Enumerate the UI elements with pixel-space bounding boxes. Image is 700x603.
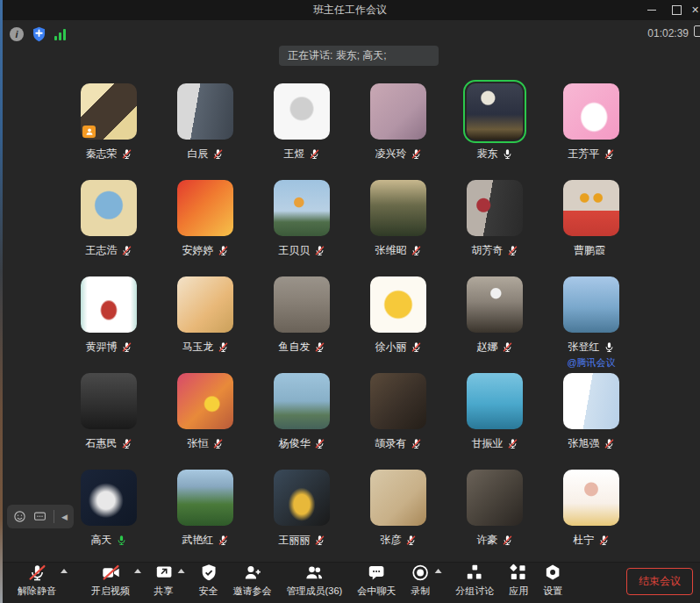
mic-status-icon	[405, 535, 417, 546]
participant-tile[interactable]: 张登红 @腾讯会议	[543, 275, 639, 371]
collapse-left-icon[interactable]: ◀	[61, 513, 68, 521]
participant-tile[interactable]: 赵娜	[446, 275, 543, 371]
toolbar-mic-muted-button[interactable]: 解除静音	[16, 562, 58, 600]
participant-tile[interactable]: 鱼自发	[254, 275, 350, 371]
participant-avatar[interactable]	[467, 470, 523, 526]
participant-avatar[interactable]	[370, 83, 426, 140]
participant-tile[interactable]: 马玉龙	[157, 275, 254, 371]
minimize-button[interactable]	[639, 0, 664, 20]
participant-avatar[interactable]	[177, 83, 233, 140]
participant-avatar[interactable]	[563, 276, 619, 333]
participant-name: 王丽丽	[279, 533, 311, 548]
participant-tile[interactable]: 张彦	[350, 468, 446, 564]
participant-tile[interactable]: 高天	[61, 468, 157, 564]
toolbar-settings-button[interactable]: 设置	[541, 562, 564, 600]
toolbar-record-button[interactable]: 录制	[409, 562, 432, 600]
participant-avatar[interactable]	[81, 373, 137, 429]
mic-status-icon	[411, 245, 422, 256]
participant-tile[interactable]: 张旭强	[543, 371, 639, 468]
participant-avatar[interactable]	[274, 470, 330, 526]
participant-tile[interactable]: 杨俊华	[254, 371, 350, 468]
caption-message-icon[interactable]	[33, 510, 46, 523]
participant-avatar[interactable]	[467, 276, 523, 333]
network-signal-icon[interactable]	[54, 29, 66, 40]
participant-avatar[interactable]	[467, 180, 523, 236]
mic-status-icon	[212, 148, 224, 160]
participant-avatar[interactable]	[370, 276, 426, 333]
participant-avatar[interactable]	[274, 180, 330, 236]
participant-tile[interactable]: 曹鹏霞	[543, 178, 639, 275]
mic-status-icon	[314, 341, 325, 353]
participant-avatar[interactable]	[81, 276, 137, 333]
participant-tile[interactable]: 王志浩	[61, 178, 157, 275]
participant-tile[interactable]: 王芳平	[543, 82, 639, 178]
participant-avatar[interactable]	[177, 180, 233, 236]
participant-avatar[interactable]	[467, 373, 523, 429]
participant-name: 胡芳奇	[472, 243, 504, 258]
participant-tile[interactable]: 杜宁	[543, 468, 639, 564]
participant-name: 凌兴玲	[375, 147, 407, 162]
participant-tile[interactable]: 安婷婷	[157, 178, 254, 275]
participant-avatar[interactable]	[81, 470, 137, 526]
toolbar-breakout-button[interactable]: 分组讨论	[454, 562, 496, 600]
participant-tile[interactable]: 胡芳奇	[446, 178, 543, 275]
mic-status-icon	[411, 148, 422, 160]
toolbar-label: 设置	[543, 585, 562, 598]
end-meeting-button[interactable]: 结束会议	[626, 568, 693, 595]
participant-name: 颉录有	[375, 436, 407, 451]
toolbar-camera-off-button[interactable]: 开启视频	[89, 562, 132, 600]
mic-status-icon	[116, 535, 127, 546]
maximize-button[interactable]	[664, 0, 689, 20]
layout-switch-icon[interactable]	[694, 25, 700, 37]
participant-tile[interactable]: 裴东	[446, 82, 543, 178]
participant-tile[interactable]: 王贝贝	[254, 178, 350, 275]
participant-tile[interactable]: 王丽丽	[254, 468, 350, 564]
invite-user-icon	[243, 564, 261, 582]
participant-tile[interactable]: 凌兴玲	[350, 82, 446, 178]
participant-avatar[interactable]	[274, 276, 330, 333]
participant-tile[interactable]: 王煜	[254, 82, 350, 178]
participant-tile[interactable]: 许豪	[446, 468, 543, 564]
participant-avatar[interactable]	[81, 180, 137, 236]
caret-up-icon[interactable]	[178, 569, 185, 573]
participant-tile[interactable]: 颉录有	[350, 371, 446, 468]
participant-avatar[interactable]	[177, 470, 233, 526]
toolbar-apps-button[interactable]: 应用	[507, 562, 530, 600]
emoji-reaction-icon[interactable]	[13, 510, 26, 523]
participant-avatar[interactable]	[563, 470, 619, 526]
caret-up-icon[interactable]	[61, 569, 68, 573]
participant-tile[interactable]: 白辰	[157, 82, 254, 178]
toolbar-share-screen-button[interactable]: 共享	[153, 562, 175, 600]
participant-avatar[interactable]	[563, 83, 619, 140]
participant-tile[interactable]: 武艳红	[157, 468, 254, 564]
participant-avatar[interactable]	[467, 83, 523, 140]
caret-up-icon[interactable]	[134, 569, 141, 573]
participant-tile[interactable]: 秦志荣	[61, 82, 157, 178]
participant-tile[interactable]: 黄羿博	[61, 275, 157, 371]
participant-avatar[interactable]	[370, 373, 426, 429]
participant-avatar[interactable]	[81, 83, 137, 140]
toolbar-invite-user-button[interactable]: 邀请参会	[232, 562, 274, 600]
close-button[interactable]	[689, 0, 700, 20]
toolbar-shield-check-button[interactable]: 安全	[197, 562, 220, 600]
participant-tile[interactable]: 甘振业	[446, 371, 543, 468]
participant-avatar[interactable]	[563, 180, 619, 236]
participant-tile[interactable]: 徐小丽	[350, 275, 446, 371]
desktop-edge-sliver	[0, 0, 3, 603]
participant-tile[interactable]: 张恒	[157, 371, 254, 468]
participant-avatar[interactable]	[563, 373, 619, 429]
toolbar-chat-button[interactable]: 会中聊天	[355, 562, 397, 600]
caret-up-icon[interactable]	[434, 569, 441, 573]
participant-avatar[interactable]	[274, 83, 330, 140]
toolbar-members-button[interactable]: 管理成员(36)	[285, 562, 345, 600]
participant-tile[interactable]: 张维昭	[350, 178, 446, 275]
participant-avatar[interactable]	[177, 276, 233, 333]
security-shield-icon[interactable]	[32, 26, 46, 42]
participant-avatar[interactable]	[370, 470, 426, 526]
participant-avatar[interactable]	[370, 180, 426, 236]
meeting-info-icon[interactable]: i	[10, 27, 24, 41]
participant-name: 许豪	[477, 533, 498, 548]
participant-avatar[interactable]	[177, 373, 233, 429]
participant-avatar[interactable]	[274, 373, 330, 429]
participant-tile[interactable]: 石惠民	[61, 371, 157, 468]
